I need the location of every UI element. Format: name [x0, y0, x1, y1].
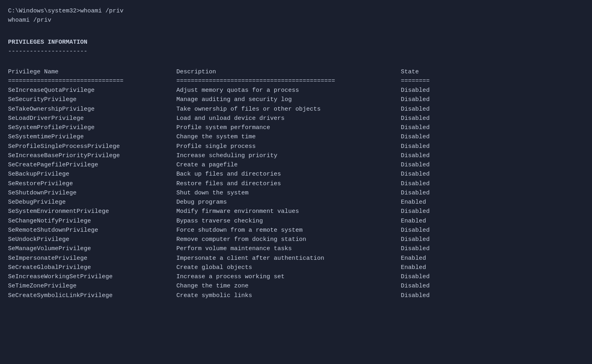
privilege-state: Disabled [401, 114, 430, 123]
privilege-name: SeImpersonatePrivilege [8, 254, 176, 263]
privilege-desc: Increase a process working set [176, 272, 401, 281]
table-row: SeCreatePagefilePrivilegeCreate a pagefi… [8, 160, 584, 170]
privilege-name: SeManageVolumePrivilege [8, 244, 176, 253]
privilege-name: SeIncreaseWorkingSetPrivilege [8, 272, 176, 281]
table-row: SeIncreaseWorkingSetPrivilegeIncrease a … [8, 272, 584, 281]
col-header-desc: Description [176, 67, 401, 77]
privilege-name: SeSystemEnvironmentPrivilege [8, 207, 176, 216]
privilege-desc: Create a pagefile [176, 160, 401, 170]
privilege-state: Disabled [401, 132, 430, 142]
privilege-desc: Adjust memory quotas for a process [176, 86, 401, 95]
privilege-state: Disabled [401, 95, 430, 104]
privilege-state: Disabled [401, 105, 430, 114]
col-header-name: Privilege Name [8, 67, 176, 77]
privilege-state: Disabled [401, 160, 430, 170]
privileges-table: Privilege Name Description State =======… [8, 67, 584, 300]
table-row: SeDebugPrivilegeDebug programsEnabled [8, 198, 584, 207]
privilege-desc: Impersonate a client after authenticatio… [176, 254, 401, 263]
table-row: SeTimeZonePrivilegeChange the time zoneD… [8, 281, 584, 291]
privilege-desc: Bypass traverse checking [176, 216, 401, 226]
privilege-desc: Load and unload device drivers [176, 114, 401, 123]
sep-name: ================================ [8, 77, 176, 86]
privilege-desc: Profile system performance [176, 123, 401, 132]
privilege-name: SeCreateSymbolicLinkPrivilege [8, 291, 176, 300]
privilege-state: Enabled [401, 198, 426, 207]
privilege-name: SeTimeZonePrivilege [8, 281, 176, 291]
prompt-line1: C:\Windows\system32>whoami /priv [8, 6, 584, 16]
privilege-name: SeIncreaseBasePriorityPrivilege [8, 151, 176, 160]
privilege-state: Disabled [401, 123, 430, 132]
privilege-state: Enabled [401, 216, 426, 226]
table-row: SeChangeNotifyPrivilegeBypass traverse c… [8, 216, 584, 226]
terminal-window: C:\Windows\system32>whoami /priv whoami … [8, 6, 584, 300]
table-row: SeSystemProfilePrivilegeProfile system p… [8, 123, 584, 132]
section-title: PRIVILEGES INFORMATION [8, 38, 584, 47]
privilege-state: Disabled [401, 272, 430, 281]
table-separator: ================================ =======… [8, 77, 584, 86]
table-row: SeSecurityPrivilegeManage auditing and s… [8, 95, 584, 104]
privilege-state: Disabled [401, 235, 430, 244]
privilege-name: SeCreateGlobalPrivilege [8, 263, 176, 272]
privilege-desc: Remove computer from docking station [176, 235, 401, 244]
privilege-name: SeIncreaseQuotaPrivilege [8, 86, 176, 95]
privilege-desc: Change the time zone [176, 281, 401, 291]
privilege-name: SeLoadDriverPrivilege [8, 114, 176, 123]
table-row: SeProfileSingleProcessPrivilegeProfile s… [8, 142, 584, 151]
privilege-desc: Take ownership of files or other objects [176, 105, 401, 114]
table-row: SeManageVolumePrivilegePerform volume ma… [8, 244, 584, 253]
privilege-state: Enabled [401, 263, 426, 272]
privilege-desc: Change the system time [176, 132, 401, 142]
table-row: SeImpersonatePrivilegeImpersonate a clie… [8, 254, 584, 263]
privilege-state: Disabled [401, 188, 430, 198]
privilege-state: Disabled [401, 86, 430, 95]
table-row: SeSystemEnvironmentPrivilegeModify firmw… [8, 207, 584, 216]
privilege-name: SeSystemProfilePrivilege [8, 123, 176, 132]
privilege-name: SeDebugPrivilege [8, 198, 176, 207]
privilege-desc: Force shutdown from a remote system [176, 226, 401, 235]
table-row: SeRemoteShutdownPrivilegeForce shutdown … [8, 226, 584, 235]
table-row: SeRestorePrivilegeRestore files and dire… [8, 179, 584, 188]
privilege-name: SeChangeNotifyPrivilege [8, 216, 176, 226]
privilege-name: SeSystemtimePrivilege [8, 132, 176, 142]
privilege-state: Disabled [401, 151, 430, 160]
table-row: SeTakeOwnershipPrivilegeTake ownership o… [8, 105, 584, 114]
table-header: Privilege Name Description State [8, 67, 584, 77]
privilege-desc: Profile single process [176, 142, 401, 151]
privilege-desc: Debug programs [176, 198, 401, 207]
privilege-name: SeRemoteShutdownPrivilege [8, 226, 176, 235]
privilege-name: SeRestorePrivilege [8, 179, 176, 188]
sep-desc: ========================================… [176, 77, 401, 86]
privilege-state: Disabled [401, 291, 430, 300]
privilege-name: SeTakeOwnershipPrivilege [8, 105, 176, 114]
table-row: SeUndockPrivilegeRemove computer from do… [8, 235, 584, 244]
privilege-state: Enabled [401, 254, 426, 263]
separator: ---------------------- [8, 47, 584, 56]
privilege-state: Disabled [401, 142, 430, 151]
privilege-rows-container: SeIncreaseQuotaPrivilegeAdjust memory qu… [8, 86, 584, 300]
privilege-state: Disabled [401, 207, 430, 216]
privilege-desc: Back up files and directories [176, 170, 401, 179]
prompt-line2: whoami /priv [8, 16, 584, 25]
privilege-desc: Manage auditing and security log [176, 95, 401, 104]
privilege-name: SeUndockPrivilege [8, 235, 176, 244]
privilege-desc: Create global objects [176, 263, 401, 272]
privilege-state: Disabled [401, 244, 430, 253]
privilege-name: SeCreatePagefilePrivilege [8, 160, 176, 170]
table-row: SeSystemtimePrivilegeChange the system t… [8, 132, 584, 142]
col-header-state: State [401, 67, 419, 77]
privilege-desc: Modify firmware environment values [176, 207, 401, 216]
privilege-state: Disabled [401, 170, 430, 179]
table-row: SeIncreaseQuotaPrivilegeAdjust memory qu… [8, 86, 584, 95]
privilege-name: SeShutdownPrivilege [8, 188, 176, 198]
privilege-desc: Create symbolic links [176, 291, 401, 300]
privilege-name: SeProfileSingleProcessPrivilege [8, 142, 176, 151]
privilege-state: Disabled [401, 179, 430, 188]
blank1 [8, 25, 584, 34]
table-row: SeIncreaseBasePriorityPrivilegeIncrease … [8, 151, 584, 160]
table-row: SeLoadDriverPrivilegeLoad and unload dev… [8, 114, 584, 123]
table-row: SeCreateSymbolicLinkPrivilegeCreate symb… [8, 291, 584, 300]
privilege-state: Disabled [401, 226, 430, 235]
blank2 [8, 56, 584, 65]
privilege-desc: Increase scheduling priority [176, 151, 401, 160]
table-row: SeBackupPrivilegeBack up files and direc… [8, 170, 584, 179]
